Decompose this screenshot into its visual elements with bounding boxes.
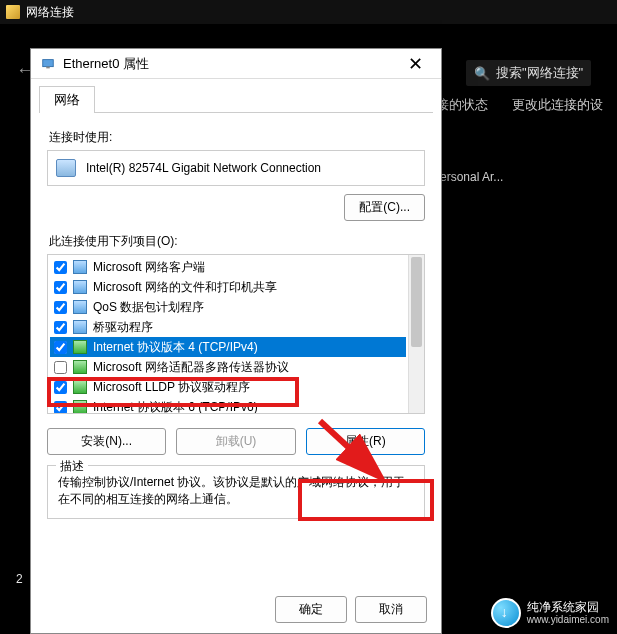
parent-title: 网络连接	[26, 4, 74, 21]
description-legend: 描述	[56, 458, 88, 475]
watermark-title: 纯净系统家园	[527, 601, 609, 614]
scroll-thumb[interactable]	[411, 257, 422, 347]
properties-button[interactable]: 属性(R)	[306, 428, 425, 455]
protocol-label: Microsoft 网络客户端	[93, 259, 205, 276]
dialog-title: Ethernet0 属性	[63, 55, 149, 73]
protocol-icon	[73, 280, 87, 294]
protocol-label: Microsoft 网络的文件和打印机共享	[93, 279, 277, 296]
protocol-label: Microsoft 网络适配器多路传送器协议	[93, 359, 289, 376]
protocol-checkbox[interactable]	[54, 401, 67, 414]
protocol-checkbox[interactable]	[54, 261, 67, 274]
connect-using-label: 连接时使用:	[49, 129, 425, 146]
configure-button[interactable]: 配置(C)...	[344, 194, 425, 221]
search-placeholder: 搜索"网络连接"	[496, 64, 583, 82]
search-box[interactable]: 🔍 搜索"网络连接"	[466, 60, 591, 86]
folder-icon	[6, 5, 20, 19]
description-group: 描述 传输控制协议/Internet 协议。该协议是默认的广域网络协议，用于在不…	[47, 465, 425, 519]
protocol-icon	[73, 340, 87, 354]
uninstall-button[interactable]: 卸载(U)	[176, 428, 295, 455]
protocol-item[interactable]: Microsoft LLDP 协议驱动程序	[50, 377, 406, 397]
parent-command-bar: 接的状态 更改此连接的设	[436, 96, 617, 114]
status-count: 2	[16, 572, 23, 586]
protocol-icon	[73, 260, 87, 274]
protocol-checkbox[interactable]	[54, 381, 67, 394]
close-button[interactable]: ✕	[400, 53, 431, 75]
protocol-item[interactable]: Internet 协议版本 6 (TCP/IPv6)	[50, 397, 406, 414]
protocol-icon	[73, 300, 87, 314]
protocol-checkbox[interactable]	[54, 361, 67, 374]
protocol-item[interactable]: Microsoft 网络适配器多路传送器协议	[50, 357, 406, 377]
protocol-label: Microsoft LLDP 协议驱动程序	[93, 379, 250, 396]
protocol-label: 桥驱动程序	[93, 319, 153, 336]
protocol-checkbox[interactable]	[54, 321, 67, 334]
adapter-icon	[41, 57, 55, 71]
link-status[interactable]: 接的状态	[436, 96, 488, 114]
items-label: 此连接使用下列项目(O):	[49, 233, 425, 250]
protocol-icon	[73, 360, 87, 374]
watermark: 纯净系统家园 www.yidaimei.com	[491, 598, 609, 628]
protocol-icon	[73, 320, 87, 334]
search-icon: 🔍	[474, 66, 490, 81]
tab-network[interactable]: 网络	[39, 86, 95, 113]
scrollbar[interactable]	[408, 255, 424, 413]
protocol-item[interactable]: QoS 数据包计划程序	[50, 297, 406, 317]
parent-titlebar: 网络连接	[0, 0, 617, 24]
dialog-titlebar: Ethernet0 属性 ✕	[31, 49, 441, 79]
description-text: 传输控制协议/Internet 协议。该协议是默认的广域网络协议，用于在不同的相…	[58, 474, 414, 508]
adapter-name-truncated: ersonal Ar...	[440, 170, 503, 184]
protocol-checkbox[interactable]	[54, 341, 67, 354]
watermark-url: www.yidaimei.com	[527, 614, 609, 625]
protocol-item[interactable]: Microsoft 网络客户端	[50, 257, 406, 277]
link-change-settings[interactable]: 更改此连接的设	[512, 96, 603, 114]
cancel-button[interactable]: 取消	[355, 596, 427, 623]
svg-rect-0	[43, 59, 54, 66]
tab-panel: 连接时使用: Intel(R) 82574L Gigabit Network C…	[39, 112, 433, 527]
protocol-item[interactable]: 桥驱动程序	[50, 317, 406, 337]
ok-button[interactable]: 确定	[275, 596, 347, 623]
protocol-label: Internet 协议版本 6 (TCP/IPv6)	[93, 399, 258, 415]
svg-rect-1	[46, 66, 50, 68]
protocol-label: Internet 协议版本 4 (TCP/IPv4)	[93, 339, 258, 356]
install-button[interactable]: 安装(N)...	[47, 428, 166, 455]
protocol-icon	[73, 380, 87, 394]
ethernet-properties-dialog: Ethernet0 属性 ✕ 网络 连接时使用: Intel(R) 82574L…	[30, 48, 442, 634]
protocol-label: QoS 数据包计划程序	[93, 299, 204, 316]
protocol-item[interactable]: Microsoft 网络的文件和打印机共享	[50, 277, 406, 297]
protocol-icon	[73, 400, 87, 414]
protocol-list[interactable]: Microsoft 网络客户端Microsoft 网络的文件和打印机共享QoS …	[47, 254, 425, 414]
protocol-checkbox[interactable]	[54, 301, 67, 314]
protocol-item[interactable]: Internet 协议版本 4 (TCP/IPv4)	[50, 337, 406, 357]
nic-icon	[56, 159, 76, 177]
watermark-logo-icon	[491, 598, 521, 628]
adapter-name: Intel(R) 82574L Gigabit Network Connecti…	[86, 161, 321, 175]
protocol-checkbox[interactable]	[54, 281, 67, 294]
adapter-box: Intel(R) 82574L Gigabit Network Connecti…	[47, 150, 425, 186]
tab-strip: 网络	[31, 79, 441, 112]
